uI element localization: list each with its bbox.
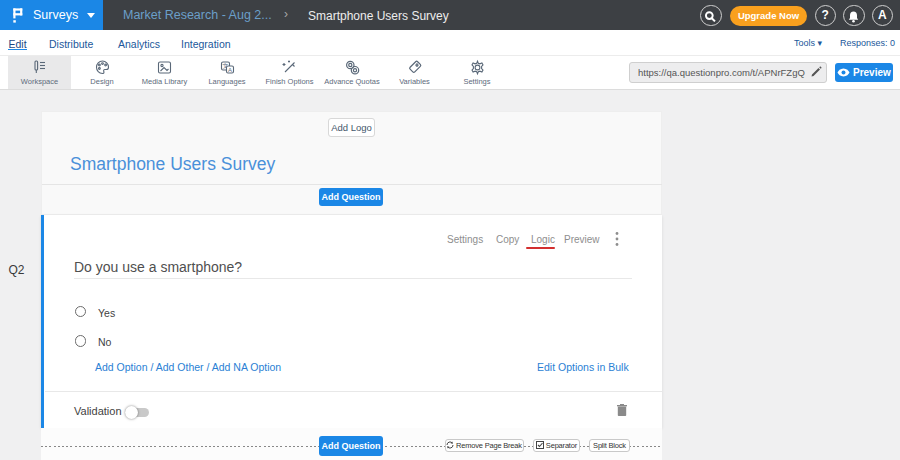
- svg-text:A: A: [227, 67, 231, 73]
